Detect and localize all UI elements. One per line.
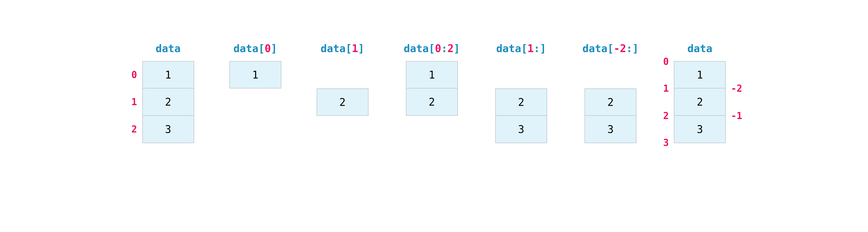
cell-value: 3 (143, 116, 194, 143)
panel: data1021-232-13 (674, 42, 726, 143)
panel-title: data (156, 42, 181, 55)
cell: 32-13 (674, 116, 726, 143)
tick-label-right: -1 (731, 110, 742, 121)
cell: 21 (142, 88, 194, 116)
cell-stack: 2 (317, 61, 369, 143)
panel-title: data[-2:] (583, 42, 639, 55)
cell-value: 2 (585, 89, 636, 115)
empty-slot (317, 61, 369, 88)
empty-slot (229, 88, 281, 116)
tick-label-left-bottom: 3 (663, 137, 669, 148)
cell-stack: 23 (585, 61, 637, 143)
cell: 10 (142, 61, 194, 88)
cell-value: 2 (317, 89, 368, 115)
cell-value: 3 (496, 116, 547, 143)
cell-value: 3 (674, 116, 725, 143)
cell-value: 1 (406, 61, 457, 88)
empty-slot (495, 61, 547, 88)
tick-label-left: 1 (663, 83, 669, 94)
panel: data[0:2]12 (404, 42, 460, 143)
cell-value: 1 (674, 61, 725, 88)
cell: 2 (495, 88, 547, 116)
panel-title: data[0:2] (404, 42, 460, 55)
panel-title: data (687, 42, 712, 55)
cell-value: 2 (496, 89, 547, 115)
cell: 2 (317, 88, 369, 116)
tick-label-left: 2 (663, 110, 669, 121)
panel-title: data[1:] (496, 42, 546, 55)
cell: 2 (585, 88, 637, 116)
cell-stack: 102132 (142, 61, 194, 143)
cell-stack: 1 (229, 61, 281, 143)
cell-value: 1 (143, 61, 194, 88)
panel: data[1]2 (317, 42, 369, 143)
panel-title: data[0] (234, 42, 277, 55)
cell-value: 2 (406, 88, 457, 115)
diagram-row: data102132data[0]1data[1]2data[0:2]12dat… (142, 42, 726, 143)
index-label-left: 0 (131, 69, 137, 80)
empty-slot (229, 116, 281, 143)
cell-value: 2 (143, 88, 194, 115)
cell-stack: 1021-232-13 (674, 61, 726, 143)
cell: 1 (229, 61, 281, 88)
cell: 10 (674, 61, 726, 88)
panel: data[-2:]23 (583, 42, 639, 143)
tick-label-right: -2 (731, 83, 742, 94)
cell: 3 (495, 116, 547, 143)
cell-value: 2 (674, 88, 725, 115)
index-label-left: 2 (131, 124, 137, 135)
panel: data[0]1 (229, 42, 281, 143)
index-label-left: 1 (131, 96, 137, 107)
panel: data[1:]23 (495, 42, 547, 143)
empty-slot (317, 116, 369, 143)
empty-slot (406, 116, 458, 143)
tick-label-left: 0 (663, 56, 669, 67)
cell: 3 (585, 116, 637, 143)
cell: 1 (406, 61, 458, 88)
empty-slot (585, 61, 637, 88)
panel: data102132 (142, 42, 194, 143)
cell: 2 (406, 88, 458, 116)
cell-stack: 12 (406, 61, 458, 143)
cell: 32 (142, 116, 194, 143)
panel-title: data[1] (321, 42, 364, 55)
cell: 21-2 (674, 88, 726, 116)
cell-value: 3 (585, 116, 636, 143)
cell-stack: 23 (495, 61, 547, 143)
cell-value: 1 (230, 61, 281, 88)
